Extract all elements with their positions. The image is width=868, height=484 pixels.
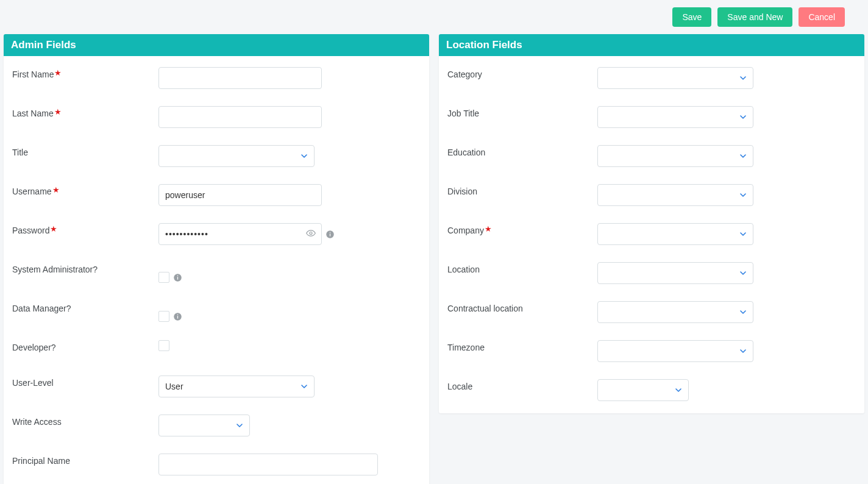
location-row: Location	[447, 262, 856, 285]
svg-rect-6	[177, 275, 178, 276]
contractual-label: Contractual location	[447, 301, 597, 313]
last-name-row: Last Name★	[12, 106, 421, 129]
save-button[interactable]: Save	[672, 7, 711, 27]
locale-label: Locale	[447, 379, 597, 391]
first-name-label: First Name★	[12, 67, 158, 79]
first-name-row: First Name★	[12, 67, 421, 90]
company-row: Company★	[447, 223, 856, 246]
data-mgr-checkbox[interactable]	[158, 311, 169, 322]
svg-rect-8	[177, 316, 178, 318]
contractual-row: Contractual location	[447, 301, 856, 324]
eye-icon[interactable]	[306, 229, 316, 240]
company-label: Company★	[447, 223, 597, 235]
svg-point-0	[310, 232, 312, 235]
sys-admin-checkbox[interactable]	[158, 272, 169, 283]
last-name-label: Last Name★	[12, 106, 158, 118]
division-row: Division	[447, 184, 856, 207]
category-label: Category	[447, 67, 597, 79]
info-icon	[173, 273, 182, 282]
sys-admin-row: System Administrator?	[12, 262, 421, 285]
required-star-icon: ★	[54, 107, 62, 116]
location-fields-panel: Location Fields Category Job Title	[439, 34, 864, 413]
username-input[interactable]	[158, 184, 322, 206]
education-row: Education	[447, 145, 856, 168]
username-row: Username★	[12, 184, 421, 207]
locale-row: Locale	[447, 379, 856, 402]
location-label: Location	[447, 262, 597, 274]
contractual-select[interactable]	[597, 301, 753, 323]
developer-label: Developer?	[12, 340, 158, 352]
save-and-new-button[interactable]: Save and New	[717, 7, 792, 27]
division-label: Division	[447, 184, 597, 196]
panels-container: Admin Fields First Name★ Last Name★ Titl…	[0, 34, 868, 484]
division-select[interactable]	[597, 184, 753, 206]
required-star-icon: ★	[54, 68, 62, 77]
timezone-row: Timezone	[447, 340, 856, 363]
sys-admin-label: System Administrator?	[12, 262, 158, 274]
required-star-icon: ★	[485, 224, 492, 233]
education-select[interactable]	[597, 145, 753, 167]
admin-panel-title: Admin Fields	[4, 34, 429, 56]
education-label: Education	[447, 145, 597, 157]
user-level-row: User-Level User	[12, 375, 421, 399]
write-access-row: Write Access	[12, 415, 421, 438]
write-access-label: Write Access	[12, 415, 158, 427]
svg-rect-9	[177, 314, 178, 315]
password-row: Password★	[12, 223, 421, 246]
user-level-select[interactable]: User	[158, 375, 315, 397]
user-level-label: User-Level	[12, 375, 158, 388]
required-star-icon: ★	[50, 224, 57, 233]
cancel-button[interactable]: Cancel	[799, 7, 845, 27]
username-label: Username★	[12, 184, 158, 196]
required-star-icon: ★	[52, 185, 60, 194]
location-panel-body: Category Job Title Edu	[439, 56, 864, 413]
last-name-input[interactable]	[158, 106, 322, 128]
developer-row: Developer?	[12, 340, 421, 363]
password-input[interactable]	[158, 223, 322, 245]
admin-panel-body: First Name★ Last Name★ Title Username★	[4, 56, 429, 484]
title-select[interactable]	[158, 145, 315, 167]
first-name-input[interactable]	[158, 67, 322, 89]
timezone-select[interactable]	[597, 340, 753, 362]
category-select[interactable]	[597, 67, 753, 89]
action-toolbar: Save Save and New Cancel	[0, 0, 868, 34]
location-panel-title: Location Fields	[439, 34, 864, 56]
developer-checkbox[interactable]	[158, 340, 169, 351]
locale-select[interactable]	[597, 379, 689, 401]
title-label: Title	[12, 145, 158, 157]
svg-rect-2	[330, 233, 330, 236]
data-mgr-row: Data Manager?	[12, 301, 421, 324]
company-select[interactable]	[597, 223, 753, 245]
principal-name-input[interactable]	[158, 454, 378, 475]
category-row: Category	[447, 67, 856, 90]
job-title-select[interactable]	[597, 106, 753, 128]
info-icon	[173, 312, 182, 321]
job-title-row: Job Title	[447, 106, 856, 129]
data-mgr-label: Data Manager?	[12, 301, 158, 313]
write-access-select[interactable]	[158, 415, 250, 436]
svg-rect-3	[330, 232, 330, 232]
title-row: Title	[12, 145, 421, 168]
location-select[interactable]	[597, 262, 753, 284]
password-label: Password★	[12, 223, 158, 235]
principal-name-row: Principal Name	[12, 454, 421, 477]
admin-fields-panel: Admin Fields First Name★ Last Name★ Titl…	[4, 34, 429, 484]
job-title-label: Job Title	[447, 106, 597, 118]
principal-name-label: Principal Name	[12, 454, 158, 466]
info-icon	[326, 230, 335, 239]
svg-rect-5	[177, 277, 178, 279]
timezone-label: Timezone	[447, 340, 597, 352]
